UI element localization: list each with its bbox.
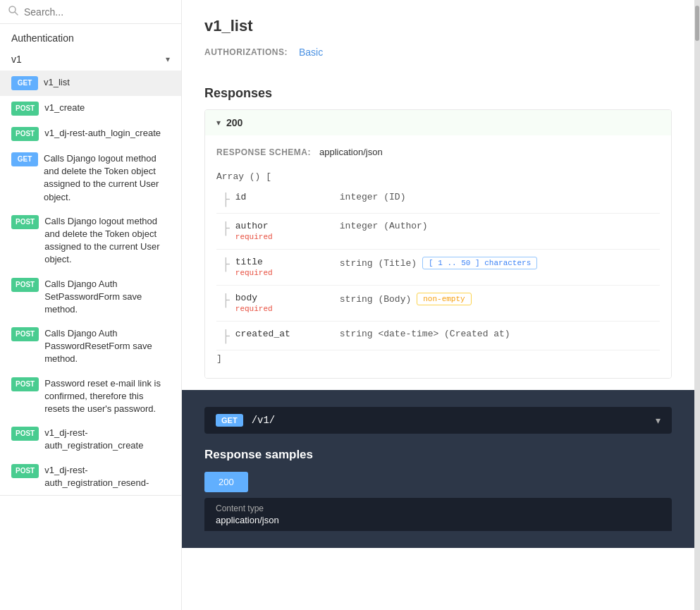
field-name: created_at — [235, 329, 290, 339]
schema-label: RESPONSE SCHEMA: — [216, 147, 311, 157]
get-endpoint-bar[interactable]: GET /v1/ ▾ — [204, 407, 672, 434]
sidebar-item-label: Calls Django logout method and delete th… — [44, 215, 170, 267]
v1-group: v1 ▾ GET v1_list POST v1_create POST v1_… — [0, 48, 181, 496]
tab-200[interactable]: 200 — [204, 472, 248, 492]
response-200-body: RESPONSE SCHEMA: application/json Array … — [205, 135, 671, 378]
tree-line-icon: ├ — [216, 330, 230, 343]
response-chevron-icon: ▾ — [216, 118, 221, 128]
schema-tree: Array () [ ├ id integer (ID) ├ author — [216, 169, 660, 367]
field-name-col: author required — [235, 221, 334, 242]
sidebar-item-label: Calls Django Auth SetPasswordForm save m… — [44, 278, 170, 317]
schema-type: application/json — [319, 147, 383, 157]
field-type-col: integer (ID) — [340, 192, 660, 202]
endpoint-chevron-icon: ▾ — [656, 415, 661, 426]
sidebar: Authentication v1 ▾ GET v1_list POST v1_… — [0, 0, 182, 610]
sidebar-item-logout-get[interactable]: GET Calls Django logout method and delet… — [0, 147, 181, 209]
field-name: title — [235, 257, 263, 267]
sidebar-item-label: v1_list — [44, 76, 70, 89]
array-close: ] — [216, 350, 660, 367]
sidebar-item-logout-post[interactable]: POST Calls Django logout method and dele… — [0, 209, 181, 272]
sidebar-item-login-create[interactable]: POST v1_dj-rest-auth_login_create — [0, 121, 181, 147]
field-name-col: id — [235, 192, 334, 202]
sidebar-section-auth: Authentication — [0, 24, 181, 48]
tree-line-icon: ├ — [216, 258, 230, 271]
response-samples-title: Response samples — [204, 448, 672, 462]
field-type: string (Body) — [340, 294, 411, 305]
schema-field-title: ├ title required string (Title) [ 1 .. 5… — [216, 250, 660, 286]
method-badge-post: POST — [11, 102, 39, 116]
field-name: author — [235, 221, 269, 231]
authorizations-row: AUTHORIZATIONS: Basic — [204, 47, 672, 58]
content-type-label: Content type — [216, 504, 661, 513]
search-box[interactable] — [0, 0, 181, 24]
page-title: v1_list — [204, 17, 672, 35]
sidebar-item-password-change[interactable]: POST Calls Django Auth SetPasswordForm s… — [0, 272, 181, 322]
field-type-col: integer (Author) — [340, 221, 660, 231]
method-badge-get: GET — [11, 152, 38, 166]
response-code: 200 — [226, 117, 242, 128]
tree-line-icon: ├ — [216, 193, 230, 206]
main-top-section: v1_list AUTHORIZATIONS: Basic — [182, 0, 694, 75]
sidebar-item-label: v1_dj-rest-auth_login_create — [44, 127, 161, 140]
scrollbar[interactable] — [694, 0, 700, 610]
response-200-header[interactable]: ▾ 200 — [205, 110, 671, 135]
field-type: integer (ID) — [340, 192, 406, 202]
method-badge-post: POST — [11, 377, 39, 391]
chevron-down-icon: ▾ — [166, 54, 170, 64]
content-type-value: application/json — [216, 515, 661, 525]
field-required: required — [235, 305, 273, 313]
schema-field-created-at: ├ created_at string <date-time> (Created… — [216, 322, 660, 350]
sidebar-item-v1list[interactable]: GET v1_list — [0, 71, 181, 96]
schema-field-author: ├ author required integer (Author) — [216, 214, 660, 250]
schema-field-id: ├ id integer (ID) — [216, 185, 660, 214]
tree-line-icon: ├ — [216, 294, 230, 307]
field-name-col: body required — [235, 293, 334, 314]
sidebar-item-label: v1_dj-rest-auth_registration_create — [44, 427, 170, 452]
field-type-col: string <date-time> (Created at) — [340, 329, 660, 339]
v1-group-header[interactable]: v1 ▾ — [0, 48, 181, 71]
field-required: required — [235, 269, 273, 277]
sidebar-item-label: v1_create — [44, 102, 85, 114]
sidebar-item-label: v1_dj-rest-auth_registration_resend- — [44, 464, 170, 489]
field-type-col: string (Body) non-empty — [340, 293, 660, 305]
sidebar-item-registration-resend[interactable]: POST v1_dj-rest-auth_registration_resend… — [0, 458, 181, 495]
search-input[interactable] — [24, 6, 173, 18]
field-name: body — [235, 293, 257, 303]
sidebar-item-registration-create[interactable]: POST v1_dj-rest-auth_registration_create — [0, 421, 181, 458]
sidebar-item-v1create[interactable]: POST v1_create — [0, 96, 181, 121]
sidebar-item-label: Calls Django logout method and delete th… — [44, 152, 170, 204]
endpoint-method-badge: GET — [216, 414, 243, 427]
method-badge-post: POST — [11, 127, 39, 141]
sidebar-item-label: Calls Django Auth PasswordResetForm save… — [44, 327, 170, 366]
endpoint-path: /v1/ — [252, 415, 647, 426]
content-type-bar: Content type application/json — [204, 498, 672, 531]
authorizations-link[interactable]: Basic — [299, 47, 323, 58]
method-badge-post: POST — [11, 427, 39, 441]
method-badge-post: POST — [11, 464, 39, 478]
dark-section: GET /v1/ ▾ Response samples 200 Content … — [182, 390, 694, 548]
sidebar-item-password-reset-confirm[interactable]: POST Password reset e-mail link is confi… — [0, 372, 181, 422]
schema-field-body: ├ body required string (Body) non-empty — [216, 286, 660, 322]
constraint-badge-body: non-empty — [417, 293, 471, 305]
method-badge-post: POST — [11, 278, 39, 292]
scrollbar-thumb[interactable] — [695, 6, 699, 41]
field-name-col: created_at — [235, 329, 334, 339]
svg-line-1 — [15, 12, 18, 15]
field-required: required — [235, 233, 273, 241]
sidebar-item-password-reset[interactable]: POST Calls Django Auth PasswordResetForm… — [0, 322, 181, 372]
field-name-col: title required — [235, 257, 334, 278]
main-content: v1_list AUTHORIZATIONS: Basic Responses … — [182, 0, 694, 610]
samples-tab-bar: 200 — [204, 472, 672, 492]
array-open: Array () [ — [216, 169, 660, 185]
search-icon — [8, 6, 18, 18]
method-badge-post: POST — [11, 327, 39, 341]
schema-row: RESPONSE SCHEMA: application/json — [216, 147, 660, 157]
field-type-col: string (Title) [ 1 .. 50 ] characters — [340, 257, 660, 269]
tree-line-icon: ├ — [216, 222, 230, 235]
authorizations-label: AUTHORIZATIONS: — [204, 47, 288, 57]
response-200-block: ▾ 200 RESPONSE SCHEMA: application/json … — [204, 109, 672, 379]
responses-title: Responses — [204, 86, 672, 101]
field-name: id — [235, 192, 247, 202]
sidebar-item-label: Password reset e-mail link is confirmed,… — [44, 377, 170, 416]
method-badge-post: POST — [11, 215, 39, 229]
